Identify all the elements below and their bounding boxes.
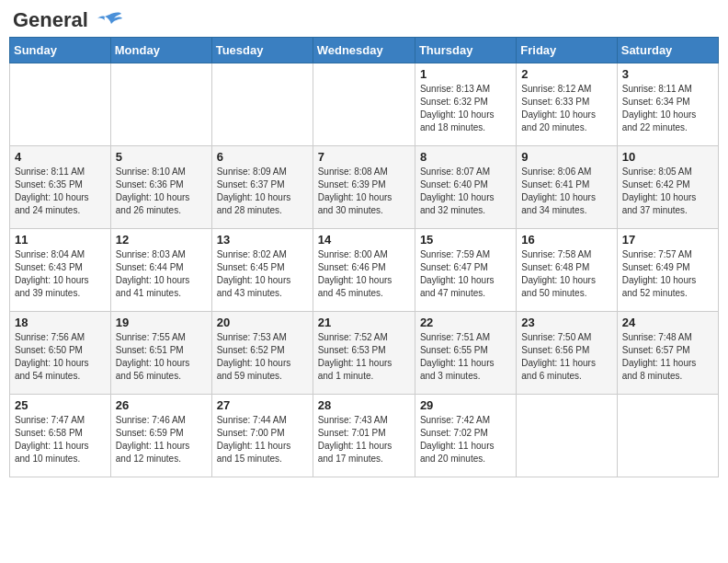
day-info: Sunrise: 8:10 AM Sunset: 6:36 PM Dayligh…: [116, 166, 207, 217]
day-number: 1: [420, 67, 511, 81]
calendar-week-2: 4Sunrise: 8:11 AM Sunset: 6:35 PM Daylig…: [10, 146, 719, 229]
day-number: 18: [15, 316, 106, 329]
day-info: Sunrise: 8:08 AM Sunset: 6:39 PM Dayligh…: [318, 166, 410, 217]
calendar-cell: [313, 63, 415, 146]
day-info: Sunrise: 7:43 AM Sunset: 7:01 PM Dayligh…: [318, 414, 410, 465]
day-info: Sunrise: 7:47 AM Sunset: 6:58 PM Dayligh…: [15, 414, 106, 465]
calendar-cell: 25Sunrise: 7:47 AM Sunset: 6:58 PM Dayli…: [10, 395, 111, 477]
day-info: Sunrise: 8:13 AM Sunset: 6:32 PM Dayligh…: [420, 83, 511, 134]
calendar-cell: [517, 395, 617, 477]
day-number: 15: [420, 233, 511, 247]
day-info: Sunrise: 8:11 AM Sunset: 6:35 PM Dayligh…: [15, 166, 106, 217]
calendar-cell: 23Sunrise: 7:50 AM Sunset: 6:56 PM Dayli…: [517, 312, 617, 395]
day-info: Sunrise: 7:46 AM Sunset: 6:59 PM Dayligh…: [116, 414, 207, 465]
day-info: Sunrise: 8:11 AM Sunset: 6:34 PM Dayligh…: [622, 83, 713, 134]
day-info: Sunrise: 7:50 AM Sunset: 6:56 PM Dayligh…: [521, 331, 611, 383]
day-info: Sunrise: 8:12 AM Sunset: 6:33 PM Dayligh…: [521, 83, 611, 134]
calendar-cell: 24Sunrise: 7:48 AM Sunset: 6:57 PM Dayli…: [617, 312, 718, 395]
weekday-header-tuesday: Tuesday: [211, 38, 313, 63]
calendar-cell: 28Sunrise: 7:43 AM Sunset: 7:01 PM Dayli…: [313, 395, 415, 477]
day-number: 16: [521, 233, 611, 247]
day-number: 29: [420, 398, 511, 412]
calendar-cell: [617, 395, 718, 477]
weekday-header-wednesday: Wednesday: [313, 38, 415, 63]
calendar-cell: 7Sunrise: 8:08 AM Sunset: 6:39 PM Daylig…: [313, 146, 415, 229]
day-info: Sunrise: 7:58 AM Sunset: 6:48 PM Dayligh…: [521, 248, 611, 300]
weekday-header-friday: Friday: [517, 38, 617, 63]
calendar-week-1: 1Sunrise: 8:13 AM Sunset: 6:32 PM Daylig…: [10, 63, 719, 146]
day-number: 2: [521, 67, 611, 81]
calendar-cell: 5Sunrise: 8:10 AM Sunset: 6:36 PM Daylig…: [110, 146, 211, 229]
calendar-cell: 11Sunrise: 8:04 AM Sunset: 6:43 PM Dayli…: [10, 229, 111, 312]
weekday-header-saturday: Saturday: [617, 38, 718, 63]
day-number: 21: [318, 316, 410, 329]
page-header: General: [9, 9, 719, 29]
calendar-cell: 27Sunrise: 7:44 AM Sunset: 7:00 PM Dayli…: [211, 395, 313, 477]
calendar-cell: 9Sunrise: 8:06 AM Sunset: 6:41 PM Daylig…: [517, 146, 617, 229]
calendar-cell: 18Sunrise: 7:56 AM Sunset: 6:50 PM Dayli…: [10, 312, 111, 395]
calendar-cell: 21Sunrise: 7:52 AM Sunset: 6:53 PM Dayli…: [313, 312, 415, 395]
weekday-header-thursday: Thursday: [415, 38, 516, 63]
calendar-cell: 1Sunrise: 8:13 AM Sunset: 6:32 PM Daylig…: [415, 63, 516, 146]
day-info: Sunrise: 8:05 AM Sunset: 6:42 PM Dayligh…: [622, 166, 713, 217]
calendar-cell: 22Sunrise: 7:51 AM Sunset: 6:55 PM Dayli…: [415, 312, 516, 395]
day-number: 11: [15, 233, 106, 247]
calendar-cell: 14Sunrise: 8:00 AM Sunset: 6:46 PM Dayli…: [313, 229, 415, 312]
calendar-cell: [10, 63, 111, 146]
day-number: 7: [318, 150, 410, 164]
day-number: 19: [116, 316, 207, 329]
weekday-header-monday: Monday: [110, 38, 211, 63]
calendar-week-4: 18Sunrise: 7:56 AM Sunset: 6:50 PM Dayli…: [10, 312, 719, 395]
day-number: 17: [622, 233, 713, 247]
day-number: 5: [116, 150, 207, 164]
day-info: Sunrise: 8:02 AM Sunset: 6:45 PM Dayligh…: [217, 248, 308, 300]
day-info: Sunrise: 7:56 AM Sunset: 6:50 PM Dayligh…: [15, 331, 106, 383]
logo-bird-icon: [96, 11, 123, 31]
calendar-cell: 2Sunrise: 8:12 AM Sunset: 6:33 PM Daylig…: [517, 63, 617, 146]
calendar-cell: 8Sunrise: 8:07 AM Sunset: 6:40 PM Daylig…: [415, 146, 516, 229]
day-info: Sunrise: 7:52 AM Sunset: 6:53 PM Dayligh…: [318, 331, 410, 383]
calendar-cell: 19Sunrise: 7:55 AM Sunset: 6:51 PM Dayli…: [110, 312, 211, 395]
day-number: 3: [622, 67, 713, 81]
calendar-cell: 29Sunrise: 7:42 AM Sunset: 7:02 PM Dayli…: [415, 395, 516, 477]
calendar-cell: 13Sunrise: 8:02 AM Sunset: 6:45 PM Dayli…: [211, 229, 313, 312]
day-info: Sunrise: 7:51 AM Sunset: 6:55 PM Dayligh…: [420, 331, 511, 383]
calendar-cell: 15Sunrise: 7:59 AM Sunset: 6:47 PM Dayli…: [415, 229, 516, 312]
calendar-cell: 4Sunrise: 8:11 AM Sunset: 6:35 PM Daylig…: [10, 146, 111, 229]
day-number: 9: [521, 150, 611, 164]
day-number: 23: [521, 316, 611, 329]
calendar-cell: 20Sunrise: 7:53 AM Sunset: 6:52 PM Dayli…: [211, 312, 313, 395]
calendar-cell: [211, 63, 313, 146]
calendar-cell: 16Sunrise: 7:58 AM Sunset: 6:48 PM Dayli…: [517, 229, 617, 312]
weekday-header-row: SundayMondayTuesdayWednesdayThursdayFrid…: [10, 38, 719, 63]
logo-text: General: [13, 9, 123, 31]
day-number: 22: [420, 316, 511, 329]
weekday-header-sunday: Sunday: [10, 38, 111, 63]
calendar-cell: 3Sunrise: 8:11 AM Sunset: 6:34 PM Daylig…: [617, 63, 718, 146]
day-number: 8: [420, 150, 511, 164]
day-info: Sunrise: 8:07 AM Sunset: 6:40 PM Dayligh…: [420, 166, 511, 217]
calendar-cell: 10Sunrise: 8:05 AM Sunset: 6:42 PM Dayli…: [617, 146, 718, 229]
day-number: 28: [318, 398, 410, 412]
calendar-cell: [110, 63, 211, 146]
day-number: 27: [217, 398, 308, 412]
day-number: 6: [217, 150, 308, 164]
day-number: 10: [622, 150, 713, 164]
day-number: 25: [15, 398, 106, 412]
day-info: Sunrise: 7:59 AM Sunset: 6:47 PM Dayligh…: [420, 248, 511, 300]
day-number: 26: [116, 398, 207, 412]
day-number: 12: [116, 233, 207, 247]
day-info: Sunrise: 8:04 AM Sunset: 6:43 PM Dayligh…: [15, 248, 106, 300]
day-info: Sunrise: 8:03 AM Sunset: 6:44 PM Dayligh…: [116, 248, 207, 300]
day-number: 13: [217, 233, 308, 247]
day-info: Sunrise: 7:44 AM Sunset: 7:00 PM Dayligh…: [217, 414, 308, 465]
day-info: Sunrise: 7:55 AM Sunset: 6:51 PM Dayligh…: [116, 331, 207, 383]
calendar-week-5: 25Sunrise: 7:47 AM Sunset: 6:58 PM Dayli…: [10, 395, 719, 477]
day-info: Sunrise: 7:42 AM Sunset: 7:02 PM Dayligh…: [420, 414, 511, 465]
day-info: Sunrise: 7:48 AM Sunset: 6:57 PM Dayligh…: [622, 331, 713, 383]
logo: General: [13, 9, 123, 29]
calendar-week-3: 11Sunrise: 8:04 AM Sunset: 6:43 PM Dayli…: [10, 229, 719, 312]
day-info: Sunrise: 7:57 AM Sunset: 6:49 PM Dayligh…: [622, 248, 713, 300]
calendar-cell: 26Sunrise: 7:46 AM Sunset: 6:59 PM Dayli…: [110, 395, 211, 477]
day-number: 4: [15, 150, 106, 164]
